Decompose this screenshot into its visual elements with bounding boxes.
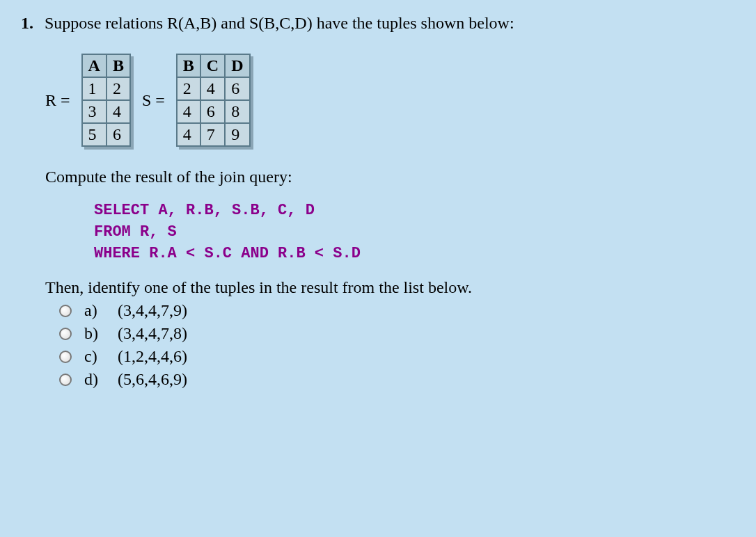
table-cell: 9 (225, 123, 249, 146)
choice-value: (3,4,4,7,8) (118, 324, 187, 343)
question-intro: Suppose relations R(A,B) and S(B,C,D) ha… (45, 14, 514, 32)
question-number: 1. (21, 14, 33, 33)
choice-label: c) (84, 347, 105, 366)
table-row: 2 4 6 (177, 77, 250, 100)
table-cell: 3 (82, 100, 107, 123)
table-cell: 4 (200, 77, 225, 100)
table-cell: 6 (225, 77, 249, 100)
table-cell: 2 (107, 77, 130, 100)
relation-s-label: S = (142, 91, 165, 110)
relation-r-table: A B 1 2 3 4 5 6 (81, 54, 131, 147)
radio-icon[interactable] (59, 305, 72, 317)
choice-label: d) (84, 370, 105, 389)
table-cell: 7 (200, 123, 225, 146)
relation-s-header: D (225, 54, 249, 77)
radio-icon[interactable] (59, 328, 72, 340)
choice-b[interactable]: b) (3,4,4,7,8) (59, 324, 735, 343)
question-block: 1. Suppose relations R(A,B) and S(B,C,D)… (21, 14, 735, 33)
table-cell: 4 (107, 100, 130, 123)
table-row: 4 6 8 (177, 100, 250, 123)
table-row: 1 2 (82, 77, 130, 100)
relation-r-label: R = (45, 91, 70, 110)
choice-value: (5,6,4,6,9) (118, 370, 187, 389)
relation-s-header: C (200, 54, 225, 77)
table-cell: 1 (82, 77, 107, 100)
choice-d[interactable]: d) (5,6,4,6,9) (59, 370, 735, 389)
choice-value: (3,4,4,7,9) (118, 301, 187, 320)
compute-text: Compute the result of the join query: (45, 168, 735, 186)
table-cell: 2 (177, 77, 200, 100)
table-cell: 8 (225, 100, 249, 123)
choice-label: b) (84, 324, 105, 343)
choice-label: a) (84, 301, 105, 320)
table-cell: 4 (177, 123, 200, 146)
choice-a[interactable]: a) (3,4,4,7,9) (59, 301, 735, 320)
tables-row: R = A B 1 2 3 4 5 6 S = B (45, 54, 735, 147)
table-row: 4 7 9 (177, 123, 250, 146)
table-cell: 6 (200, 100, 225, 123)
table-cell: 5 (82, 123, 107, 146)
radio-icon[interactable] (59, 351, 72, 363)
relation-r-header: A (82, 54, 107, 77)
choice-c[interactable]: c) (1,2,4,4,6) (59, 347, 735, 366)
table-row: 3 4 (82, 100, 130, 123)
identify-text: Then, identify one of the tuples in the … (45, 278, 735, 297)
radio-icon[interactable] (59, 374, 72, 386)
relation-s-table: B C D 2 4 6 4 6 8 4 7 9 (176, 54, 251, 147)
table-cell: 4 (177, 100, 200, 123)
table-cell: 6 (107, 123, 130, 146)
sql-code-block: SELECT A, R.B, S.B, C, D FROM R, S WHERE… (94, 200, 735, 264)
choice-value: (1,2,4,4,6) (118, 347, 187, 366)
choices-list: a) (3,4,4,7,9) b) (3,4,4,7,8) c) (1,2,4,… (59, 301, 735, 389)
relation-s-header: B (177, 54, 200, 77)
table-row: 5 6 (82, 123, 130, 146)
relation-r-header: B (107, 54, 130, 77)
